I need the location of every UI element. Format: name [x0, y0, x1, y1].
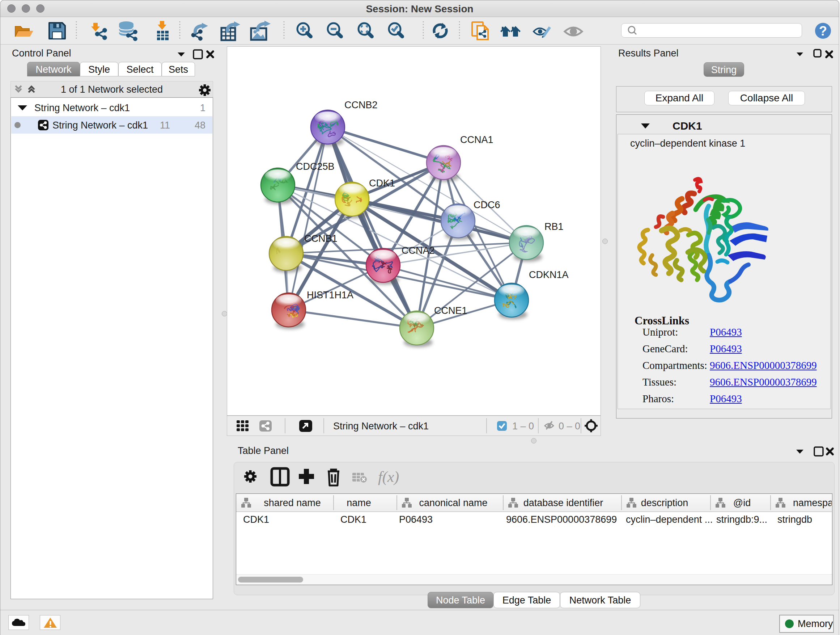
svg-text:name: name [347, 497, 371, 508]
svg-text:0 – 0: 0 – 0 [559, 421, 580, 432]
svg-text:CDKN1A: CDKN1A [529, 269, 569, 280]
svg-text:description: description [641, 497, 688, 508]
svg-text:CDC6: CDC6 [474, 200, 500, 211]
svg-text:HIST1H1A: HIST1H1A [307, 290, 354, 301]
svg-text:canonical name: canonical name [419, 497, 487, 508]
svg-text:1 – 0: 1 – 0 [512, 421, 534, 432]
svg-text:RB1: RB1 [545, 221, 564, 232]
svg-text:database identifier: database identifier [523, 497, 603, 508]
svg-text:CCNA1: CCNA1 [460, 134, 493, 145]
svg-text:@id: @id [733, 497, 751, 508]
svg-text:shared name: shared name [264, 497, 321, 508]
svg-text:CCNE1: CCNE1 [434, 305, 467, 316]
svg-text:CCNA2: CCNA2 [401, 245, 435, 256]
svg-text:CCNB2: CCNB2 [344, 100, 378, 111]
svg-text:CCNB1: CCNB1 [304, 233, 338, 244]
svg-text:?: ? [819, 24, 827, 38]
svg-text:CDK1: CDK1 [369, 178, 395, 188]
svg-text:namespace: namespace [793, 497, 832, 508]
svg-text:CDC25B: CDC25B [296, 161, 335, 172]
svg-text:f(x): f(x) [378, 469, 399, 486]
svg-text:String Network – cdk1: String Network – cdk1 [333, 421, 429, 432]
